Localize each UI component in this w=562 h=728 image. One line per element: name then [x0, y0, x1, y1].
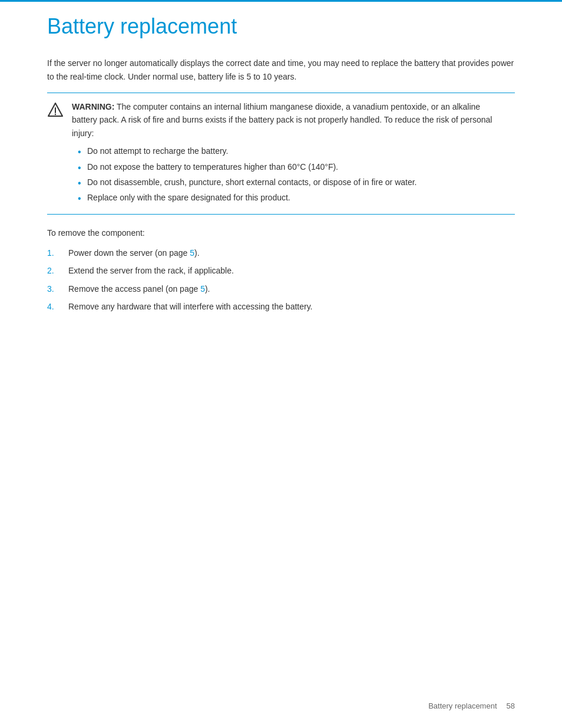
step-text: Remove any hardware that will interfere … [68, 300, 515, 313]
step-text: Remove the access panel (on page 5). [68, 282, 515, 295]
step-page-link[interactable]: 5 [190, 248, 194, 258]
intro-paragraph: If the server no longer automatically di… [47, 57, 515, 83]
step-text: Power down the server (on page 5). [68, 246, 515, 259]
warning-bullet-item: Do not expose the battery to temperature… [78, 160, 505, 173]
to-remove-label: To remove the component: [47, 226, 515, 239]
warning-bullet-item: Replace only with the spare designated f… [78, 191, 505, 204]
warning-bullet-item: Do not attempt to recharge the battery. [78, 144, 505, 157]
steps-list: 1.Power down the server (on page 5).2.Ex… [47, 246, 515, 314]
step-item: 4.Remove any hardware that will interfer… [47, 300, 515, 313]
step-number: 1. [47, 246, 68, 259]
page-container: Battery replacement If the server no lon… [0, 0, 562, 728]
step-text: Extend the server from the rack, if appl… [68, 264, 515, 277]
step-item: 2.Extend the server from the rack, if ap… [47, 264, 515, 277]
step-number: 4. [47, 300, 68, 313]
warning-label: WARNING: [72, 102, 114, 111]
step-item: 3.Remove the access panel (on page 5). [47, 282, 515, 295]
step-number: 2. [47, 264, 68, 277]
warning-box: WARNING: The computer contains an intern… [47, 93, 515, 215]
page-title: Battery replacement [47, 14, 515, 39]
step-number: 3. [47, 282, 68, 295]
warning-content: WARNING: The computer contains an intern… [72, 100, 505, 207]
step-item: 1.Power down the server (on page 5). [47, 246, 515, 259]
footer-section-label: Battery replacement [428, 701, 497, 710]
warning-icon [47, 101, 64, 118]
footer: Battery replacement 58 [428, 701, 515, 710]
svg-point-2 [55, 114, 56, 115]
footer-page-number: 58 [507, 701, 515, 710]
step-page-link[interactable]: 5 [200, 284, 205, 294]
warning-bullets-list: Do not attempt to recharge the battery.D… [72, 144, 505, 205]
warning-text: The computer contains an internal lithiu… [72, 102, 492, 138]
warning-bullet-item: Do not disassemble, crush, puncture, sho… [78, 176, 505, 189]
content-area: Battery replacement If the server no lon… [0, 2, 562, 354]
